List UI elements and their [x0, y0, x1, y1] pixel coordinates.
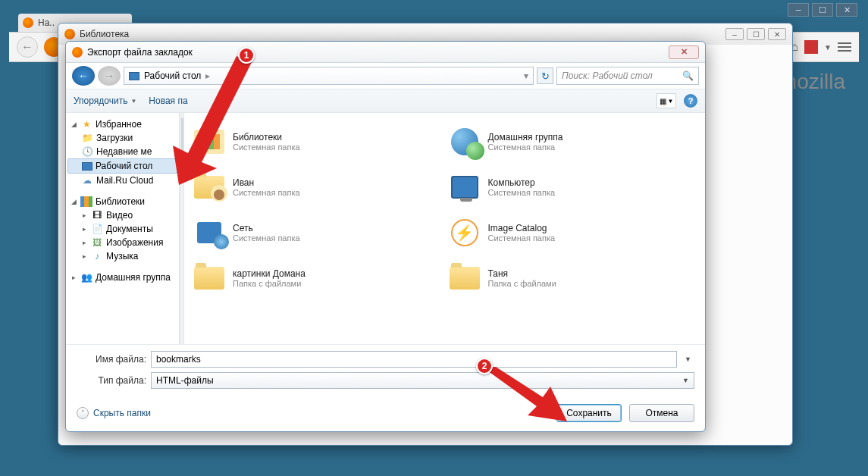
breadcrumb-bar[interactable]: Рабочий стол ▸ ▾ [124, 67, 534, 85]
folder-icon [194, 176, 224, 199]
chevron-down-icon[interactable]: ▾ [524, 70, 528, 81]
item-folder-doman[interactable]: картинки ДоманаПапка с файлами [193, 257, 441, 299]
view-options-button[interactable]: ▦ ▼ [656, 93, 676, 108]
minimize-button[interactable]: – [725, 28, 744, 40]
dialog-toolbar: Упорядочить▼ Новая па ▦ ▼ ? [66, 89, 705, 113]
folder-tree: ◢★Избранное 📁Загрузки 🕓Недавние ме Рабоч… [66, 113, 180, 344]
breadcrumb-text: Рабочий стол [144, 70, 201, 81]
organize-menu[interactable]: Упорядочить▼ [74, 96, 136, 106]
close-button[interactable]: ✕ [669, 45, 699, 59]
firefox-icon [72, 47, 83, 58]
tree-homegroup[interactable]: ▸👥Домашняя группа [67, 271, 177, 284]
tree-mailru[interactable]: ☁Mail.Ru Cloud [67, 174, 177, 187]
dialog-title: Экспорт файла закладок [87, 47, 193, 58]
chevron-down-icon: ▼ [130, 98, 136, 105]
firefox-icon [23, 17, 33, 28]
maximize-button[interactable]: ☐ [812, 3, 833, 17]
new-folder-button[interactable]: Новая па [149, 96, 187, 106]
save-button[interactable]: Сохранить [556, 404, 622, 422]
star-icon: ★ [80, 119, 92, 130]
tree-desktop[interactable]: Рабочий стол [67, 158, 177, 174]
desktop-icon [129, 72, 139, 80]
folder-icon [450, 267, 480, 290]
folder-icon: 📁 [81, 133, 93, 143]
tree-favorites[interactable]: ◢★Избранное [67, 117, 177, 131]
minimize-button[interactable]: – [788, 3, 809, 17]
document-icon: 📄 [91, 224, 103, 234]
tree-video[interactable]: ▸🎞Видео [67, 208, 177, 222]
library-title: Библиотека [80, 29, 129, 39]
tree-recent[interactable]: 🕓Недавние ме [67, 145, 177, 158]
hide-folders-button[interactable]: ˄Скрыть папки [77, 407, 151, 419]
item-computer[interactable]: КомпьютерСистемная папка [449, 166, 697, 208]
tree-music[interactable]: ▸♪Музыка [67, 249, 177, 263]
addon-icon[interactable] [804, 40, 818, 54]
file-list: БиблиотекиСистемная папка Домашняя групп… [184, 113, 705, 344]
nav-back-button[interactable]: ← [72, 66, 95, 86]
libraries-icon [194, 130, 224, 154]
search-input[interactable]: Поиск: Рабочий стол 🔍 [556, 67, 699, 85]
tree-pictures[interactable]: ▸🖼Изображения [67, 236, 177, 249]
homegroup-icon: 👥 [80, 272, 92, 283]
item-homegroup[interactable]: Домашняя группаСистемная папка [449, 121, 697, 163]
close-button[interactable]: ✕ [768, 28, 786, 40]
tree-downloads[interactable]: 📁Загрузки [67, 131, 177, 145]
help-icon[interactable]: ? [684, 94, 697, 108]
close-button[interactable]: ✕ [836, 3, 857, 17]
recent-icon: 🕓 [81, 146, 93, 157]
folder-icon [194, 267, 224, 290]
chevron-right-icon[interactable]: ▸ [205, 70, 210, 81]
filetype-select[interactable]: HTML-файлы▼ [151, 372, 694, 389]
filename-label: Имя файла: [77, 354, 146, 365]
libraries-icon [80, 196, 92, 207]
annotation-badge-1: 1 [238, 47, 255, 64]
desktop-icon [82, 162, 92, 171]
computer-icon [451, 176, 478, 199]
chevron-down-icon[interactable]: ▼ [682, 355, 694, 363]
bolt-icon: ⚡ [451, 219, 478, 246]
annotation-badge-2: 2 [476, 358, 493, 374]
filename-input[interactable] [151, 351, 677, 368]
cancel-button[interactable]: Отмена [629, 404, 694, 422]
refresh-button[interactable]: ↻ [537, 67, 553, 84]
hamburger-menu-icon[interactable] [838, 42, 851, 52]
person-icon [211, 185, 227, 202]
chevron-down-icon: ▼ [682, 377, 689, 384]
tree-libraries[interactable]: ◢Библиотеки [67, 195, 177, 208]
tab-title: На.. [38, 17, 55, 28]
save-dialog: Экспорт файла закладок ✕ ← → Рабочий сто… [65, 41, 706, 432]
item-imagecatalog[interactable]: ⚡Image CatalogСистемная папка [449, 211, 697, 254]
firefox-icon [64, 29, 75, 39]
dialog-nav: ← → Рабочий стол ▸ ▾ ↻ Поиск: Рабочий ст… [66, 63, 705, 89]
item-user[interactable]: ИванСистемная папка [193, 166, 441, 208]
desktop-window-controls: – ☐ ✕ [788, 3, 857, 17]
item-network[interactable]: СетьСистемная папка [193, 211, 441, 254]
picture-icon: 🖼 [91, 237, 103, 248]
network-icon [197, 222, 221, 243]
dialog-titlebar[interactable]: Экспорт файла закладок ✕ [66, 42, 705, 63]
video-icon: 🎞 [91, 210, 103, 221]
back-button[interactable]: ← [17, 36, 38, 58]
music-icon: ♪ [91, 251, 103, 261]
nav-forward-button[interactable]: → [98, 66, 121, 86]
search-icon: 🔍 [682, 70, 694, 81]
search-placeholder: Поиск: Рабочий стол [562, 70, 653, 81]
cloud-icon: ☁ [81, 175, 93, 186]
filetype-label: Тип файла: [77, 375, 146, 386]
tree-documents[interactable]: ▸📄Документы [67, 222, 177, 236]
homegroup-icon [451, 128, 478, 155]
dialog-footer: Имя файла: ▼ Тип файла: HTML-файлы▼ [66, 344, 705, 396]
item-libraries[interactable]: БиблиотекиСистемная папка [193, 121, 441, 163]
chevron-up-icon: ˄ [77, 407, 89, 419]
maximize-button[interactable]: ☐ [747, 28, 765, 40]
splitter[interactable] [180, 113, 184, 344]
dropdown-icon[interactable]: ▼ [824, 43, 832, 52]
item-folder-tanya[interactable]: ТаняПапка с файлами [449, 257, 697, 299]
